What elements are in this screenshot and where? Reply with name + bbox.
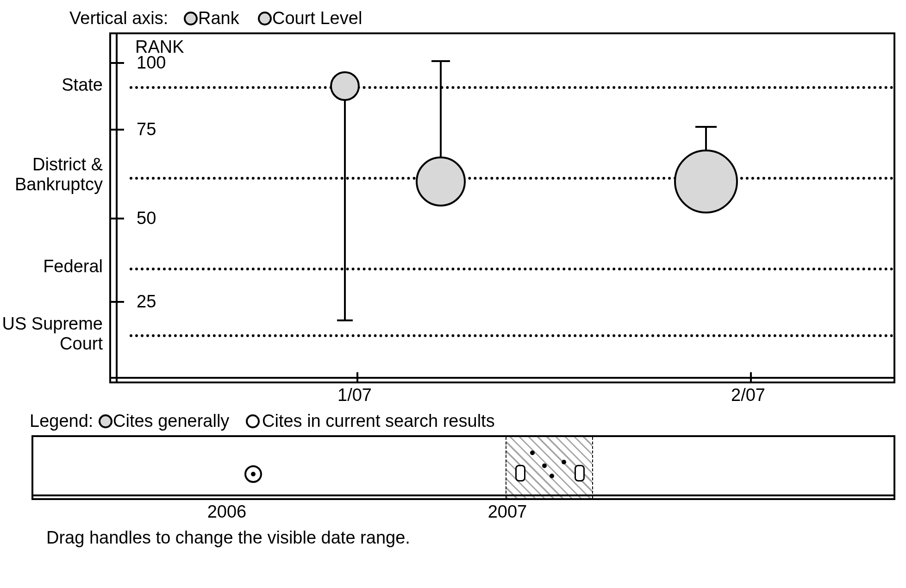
timeline-baseline	[31, 494, 895, 496]
timeline-cluster-a[interactable]	[515, 465, 525, 482]
grid-district	[130, 177, 894, 180]
whisker-1-cap-bottom	[337, 319, 353, 321]
x-tick-2-label: 2/07	[725, 385, 771, 405]
bubble-1[interactable]	[330, 71, 360, 101]
timeline-dot-2	[542, 463, 547, 468]
figure-root: Vertical axis: Rank Court Level RANK 100…	[0, 0, 906, 588]
whisker-1	[344, 86, 346, 320]
legend-cr-marker	[246, 414, 260, 428]
rank-tick-25-label: 25	[137, 292, 156, 312]
main-chart-panel: RANK 100 75 50 25	[109, 32, 895, 383]
rank-tick-50-label: 50	[137, 208, 156, 228]
x-tick-1	[356, 372, 358, 382]
timeline-dot-4	[550, 474, 554, 478]
whisker-2-cap-top	[431, 60, 450, 62]
rank-tick-100-label: 100	[137, 53, 166, 73]
x-tick-1-label: 1/07	[331, 385, 378, 405]
bubble-3[interactable]	[674, 150, 738, 213]
rank-tick-50	[110, 218, 124, 219]
whisker-3-cap-top	[695, 126, 717, 128]
timeline-dot-1	[530, 450, 535, 455]
vaxis-rank-marker[interactable]	[184, 12, 198, 25]
rank-axis-line	[116, 32, 118, 383]
legend-cg-marker	[99, 414, 112, 428]
timeline-cluster-b[interactable]	[575, 465, 585, 482]
rank-tick-25	[110, 301, 124, 303]
timeline-hint: Drag handles to change the visible date …	[46, 528, 410, 548]
timeline-dot-3	[562, 460, 566, 464]
rank-tick-75-label: 75	[137, 119, 156, 139]
grid-ussc	[130, 334, 894, 337]
bubble-2[interactable]	[416, 156, 466, 206]
vaxis-rank-label[interactable]: Rank	[198, 8, 239, 28]
vaxis-prefix: Vertical axis:	[69, 8, 168, 28]
chart-baseline	[109, 377, 895, 379]
grid-federal	[130, 268, 894, 270]
rank-tick-100	[110, 62, 124, 64]
court-ussc-label: US Supreme Court	[0, 314, 103, 354]
legend-cg-label: Cites generally	[113, 411, 229, 431]
timeline-panel[interactable]	[31, 435, 895, 500]
legend-prefix: Legend:	[30, 411, 93, 431]
timeline-2007-label: 2007	[484, 502, 531, 522]
court-district-label: District & Bankruptcy	[0, 155, 103, 194]
timeline-2006-label: 2006	[204, 502, 250, 522]
vaxis-court-marker[interactable]	[258, 12, 272, 25]
legend-cr-label: Cites in current search results	[262, 411, 495, 431]
grid-state	[130, 86, 894, 89]
court-federal-label: Federal	[0, 256, 103, 276]
court-state-label: State	[0, 75, 103, 95]
rank-tick-75	[110, 129, 124, 131]
timeline-event-2006[interactable]	[244, 465, 262, 483]
x-tick-2	[750, 372, 752, 382]
vaxis-court-label[interactable]: Court Level	[272, 8, 362, 28]
